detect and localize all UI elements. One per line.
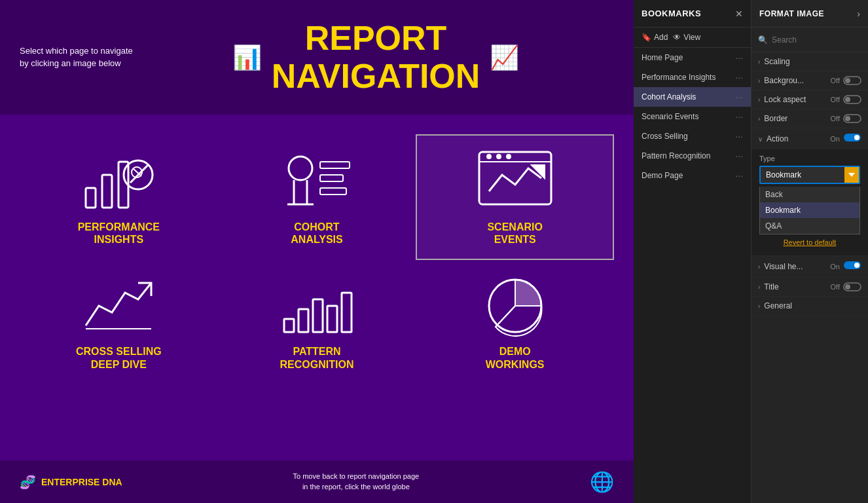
dropdown-option-back[interactable]: Back [760, 187, 859, 202]
right-panels: BOOKMARKS ✕ 🔖 Add 👁 View Home Page···Per… [634, 0, 868, 503]
cohort-analysis-icon [278, 149, 356, 214]
action-header[interactable]: ∨ Action On [751, 128, 868, 149]
revert-to-default-link[interactable]: Revert to default [759, 234, 860, 250]
cross-selling-icon [79, 273, 158, 339]
svg-point-37 [854, 135, 859, 140]
dropdown-arrow-button[interactable] [844, 167, 859, 183]
nav-item-demo-workings[interactable]: DEMO WORKINGS [416, 260, 614, 383]
format-image-panel: FORMAT IMAGE › 🔍 › Scaling › Backgrou...… [751, 0, 868, 503]
bookmark-item[interactable]: Home Page··· [634, 48, 751, 67]
dropdown-options-list: BackBookmarkQ&A [759, 187, 860, 234]
svg-point-7 [289, 157, 312, 180]
pattern-recognition-label: PATTERN RECOGNITION [280, 345, 354, 370]
bookmark-item[interactable]: Performance Insights··· [634, 67, 751, 87]
background-arrow-icon: › [758, 77, 760, 84]
nav-grid: PERFORMANCE INSIGHTS COHORT ANALYSIS [0, 121, 634, 397]
border-toggle[interactable] [843, 114, 861, 123]
scaling-arrow-icon: › [758, 58, 760, 65]
type-dropdown-container: BackBookmarkQ&A [759, 166, 860, 184]
svg-rect-1 [102, 175, 112, 208]
svg-point-40 [854, 263, 859, 268]
bookmark-item[interactable]: Pattern Recognition··· [634, 146, 751, 166]
bookmark-item[interactable]: Scenario Events··· [634, 107, 751, 126]
svg-point-17 [497, 155, 501, 158]
lock-aspect-toggle[interactable] [843, 95, 861, 104]
svg-rect-21 [284, 319, 294, 332]
nav-item-performance-insights[interactable]: PERFORMANCE INSIGHTS [20, 134, 218, 260]
svg-point-18 [507, 155, 511, 158]
canvas-footer: 🧬 ENTERPRISE DNA To move back to report … [0, 460, 634, 503]
scenario-events-icon [476, 149, 554, 214]
title-arrow-icon: › [758, 284, 760, 291]
search-input[interactable] [772, 35, 868, 45]
bookmarks-add-button[interactable]: 🔖 Add [642, 33, 668, 42]
action-value: On [830, 135, 840, 143]
general-label: General [764, 301, 861, 310]
format-panel-arrow[interactable]: › [857, 9, 860, 19]
format-search-bar: 🔍 [751, 28, 868, 52]
general-section[interactable]: › General [751, 297, 868, 316]
bookmarks-panel: BOOKMARKS ✕ 🔖 Add 👁 View Home Page···Per… [634, 0, 751, 503]
nav-item-scenario-events[interactable]: SCENARIO EVENTS [416, 134, 614, 260]
header-left-text: Select which page to navigate by clickin… [20, 45, 137, 69]
header-chart-icon-right: 📈 [490, 44, 519, 71]
svg-rect-13 [320, 188, 346, 195]
scaling-label: Scaling [764, 57, 861, 66]
title-section[interactable]: › Title Off [751, 278, 868, 297]
lock-aspect-label: Lock aspect [764, 95, 830, 104]
globe-icon[interactable]: 🌐 [590, 470, 614, 493]
visual-header-section[interactable]: › Visual he... On [751, 256, 868, 278]
format-image-header: FORMAT IMAGE › [751, 0, 868, 28]
svg-rect-25 [342, 293, 352, 332]
report-navigation-title: REPORT NAVIGATION [272, 20, 480, 94]
nav-item-pattern-recognition[interactable]: PATTERN RECOGNITION [218, 260, 416, 383]
background-toggle[interactable] [843, 76, 861, 85]
svg-point-16 [487, 155, 491, 158]
svg-rect-0 [86, 188, 96, 208]
visual-header-label: Visual he... [764, 262, 830, 271]
border-label: Border [764, 114, 830, 123]
action-content: Type BackBookmarkQ&A BackBookmarkQ&A Rev… [751, 149, 868, 255]
bookmark-item[interactable]: Cohort Analysis··· [634, 87, 751, 107]
bookmarks-view-button[interactable]: 👁 View [673, 33, 700, 42]
demo-workings-icon [476, 273, 554, 339]
header-title-area: 📊 REPORT NAVIGATION 📈 [137, 20, 614, 94]
header-bar: Select which page to navigate by clickin… [0, 0, 634, 115]
dropdown-option-q&a[interactable]: Q&A [760, 218, 859, 234]
action-section: ∨ Action On Type BackBookmarkQ&A [751, 128, 868, 256]
bookmark-item[interactable]: Demo Page··· [634, 166, 751, 185]
svg-rect-22 [298, 309, 308, 332]
border-arrow-icon: › [758, 115, 760, 122]
main-canvas: Select which page to navigate by clickin… [0, 0, 634, 503]
action-toggle[interactable] [843, 133, 861, 145]
performance-insights-icon [79, 149, 158, 214]
nav-item-cross-selling[interactable]: CROSS SELLING DEEP DIVE [20, 260, 218, 383]
dropdown-option-bookmark[interactable]: Bookmark [760, 202, 859, 218]
scaling-section[interactable]: › Scaling [751, 52, 868, 71]
action-arrow-icon: ∨ [758, 136, 763, 143]
visual-header-toggle[interactable] [843, 261, 861, 272]
background-section[interactable]: › Backgrou... Off [751, 71, 868, 90]
nav-item-cohort-analysis[interactable]: COHORT ANALYSIS [218, 134, 416, 260]
bookmarks-close-button[interactable]: ✕ [735, 9, 743, 19]
svg-point-33 [845, 97, 850, 102]
svg-rect-24 [327, 306, 337, 332]
brand-name: ENTERPRISE DNA [41, 477, 122, 487]
bookmarks-header: BOOKMARKS ✕ [634, 0, 751, 28]
svg-rect-12 [320, 175, 343, 181]
visual-header-arrow-icon: › [758, 263, 760, 270]
view-icon: 👁 [673, 33, 681, 42]
header-chart-icon-left: 📊 [232, 44, 262, 71]
search-icon: 🔍 [758, 35, 768, 45]
border-section[interactable]: › Border Off [751, 109, 868, 128]
visual-header-value: On [830, 263, 840, 270]
bookmarks-title: BOOKMARKS [642, 9, 701, 18]
background-label: Backgrou... [764, 76, 830, 85]
svg-line-29 [496, 306, 515, 327]
svg-point-35 [845, 116, 850, 121]
bookmark-item[interactable]: Cross Selling··· [634, 126, 751, 146]
dna-icon: 🧬 [20, 474, 36, 490]
lock-aspect-section[interactable]: › Lock aspect Off [751, 90, 868, 109]
action-label: Action [767, 134, 830, 143]
title-toggle[interactable] [843, 282, 861, 291]
